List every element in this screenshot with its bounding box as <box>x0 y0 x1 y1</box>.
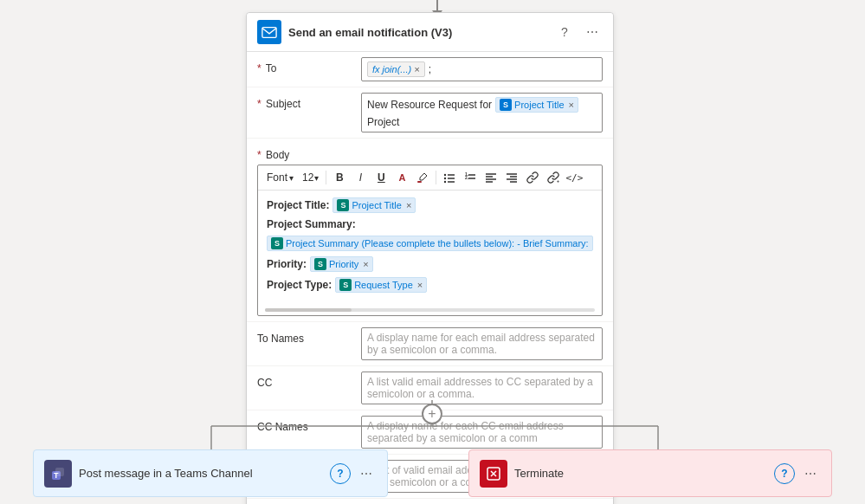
fx-icon: fx <box>372 64 380 74</box>
editor-scrollbar[interactable] <box>265 308 595 312</box>
sp-icon: S <box>314 258 326 270</box>
project-summary-token[interactable]: S Project Summary (Please complete the b… <box>267 236 593 251</box>
required-indicator: * <box>257 149 261 161</box>
terminate-help-button[interactable]: ? <box>774 463 795 484</box>
bullet-list-button[interactable] <box>440 168 459 187</box>
terminate-card-icon <box>480 460 507 488</box>
token-close[interactable]: × <box>569 100 574 110</box>
fx-join-close[interactable]: × <box>414 64 419 74</box>
sp-icon: S <box>337 199 349 211</box>
align-right-button[interactable] <box>502 168 521 187</box>
teams-icon-svg: T <box>49 465 67 482</box>
summary-token-text: Project Summary (Please complete the bul… <box>286 238 589 249</box>
svg-point-6 <box>444 181 446 183</box>
teams-card-title: Post message in a Teams Channel <box>79 467 323 480</box>
to-names-label: To Names <box>257 327 361 345</box>
to-label: * To <box>257 57 361 74</box>
editor-line-3: S Project Summary (Please complete the b… <box>267 236 593 251</box>
cc-names-input[interactable]: A display name for each CC email address… <box>361 416 603 449</box>
font-size-label: 12 <box>302 171 313 184</box>
project-summary-label: Project Summary: <box>267 218 356 230</box>
to-names-input[interactable]: A display name for each email address se… <box>361 327 603 360</box>
body-editor[interactable]: Font ▾ 12 ▾ B I U A <box>257 165 603 316</box>
priority-label: Priority: <box>267 258 307 270</box>
subject-field-row: * Subject New Resource Request for S Pro… <box>247 87 613 139</box>
cc-label: CC <box>257 372 361 389</box>
email-card-icon <box>257 20 281 44</box>
link-button[interactable] <box>523 168 542 187</box>
teams-more-button[interactable]: ⋯ <box>356 463 377 484</box>
subject-text: New Resource Request for <box>367 99 492 111</box>
to-names-field-row: To Names A display name for each email a… <box>247 322 613 366</box>
token-close[interactable]: × <box>417 280 423 290</box>
cc-names-label: CC Names <box>257 416 361 433</box>
cc-input[interactable]: A list valid email addresses to CC separ… <box>361 372 603 404</box>
to-separator: ; <box>429 63 431 75</box>
to-field-row: * To fx join(...) × ; <box>247 52 613 87</box>
email-icon-svg <box>261 24 277 40</box>
numbered-list-button[interactable]: 1. 2. <box>461 168 480 187</box>
italic-button[interactable]: I <box>351 168 370 187</box>
more-link-icon: + <box>547 171 559 184</box>
priority-token[interactable]: S Priority × <box>310 256 373 272</box>
subject-field-value[interactable]: New Resource Request for S Project Title… <box>361 93 603 132</box>
toolbar-divider-1 <box>326 171 326 184</box>
bold-button[interactable]: B <box>330 168 349 187</box>
help-button[interactable]: ? <box>554 22 575 42</box>
brush-icon <box>416 171 429 184</box>
underline-button[interactable]: U <box>371 168 391 187</box>
svg-rect-0 <box>262 28 276 38</box>
font-selector[interactable]: Font ▾ <box>263 170 297 185</box>
bcc-names-field-row: BCC Names A display name for each BCC em… <box>247 499 613 504</box>
more-formatting-button[interactable]: + <box>544 168 563 187</box>
to-field-value[interactable]: fx join(...) × ; <box>361 57 603 81</box>
body-field-row: * Body Font ▾ 12 ▾ B I U <box>247 139 613 322</box>
project-title-token-subject[interactable]: S Project Title × <box>495 97 578 113</box>
card-body: * To fx join(...) × ; * Subject New Reso… <box>247 52 613 504</box>
project-title-label: Project Title: <box>267 199 329 211</box>
code-button[interactable]: </> <box>565 168 584 187</box>
font-label: Font <box>267 171 287 184</box>
editor-line-4: Priority: S Priority × <box>267 256 593 272</box>
more-button[interactable]: ⋯ <box>582 22 603 42</box>
align-right-icon <box>506 171 518 184</box>
sp-icon: S <box>271 237 283 249</box>
svg-text:2.: 2. <box>465 175 469 180</box>
numbered-list-icon: 1. 2. <box>464 171 476 184</box>
add-step-button[interactable]: + <box>422 404 442 424</box>
sharepoint-icon: S <box>500 99 512 111</box>
teams-card: T Post message in a Teams Channel ? ⋯ <box>33 449 388 497</box>
editor-toolbar: Font ▾ 12 ▾ B I U A <box>258 165 602 191</box>
align-left-button[interactable] <box>481 168 500 187</box>
terminate-more-button[interactable]: ⋯ <box>800 463 821 484</box>
svg-point-2 <box>444 174 446 176</box>
cc-names-placeholder: A display name for each CC email address… <box>367 420 597 444</box>
priority-token-text: Priority <box>329 259 358 269</box>
request-type-token[interactable]: S Request Type × <box>335 277 427 293</box>
fx-join-token[interactable]: fx join(...) × <box>367 61 425 77</box>
svg-rect-1 <box>417 181 422 183</box>
editor-content[interactable]: Project Title: S Project Title × Project… <box>258 191 602 305</box>
teams-help-button[interactable]: ? <box>330 463 351 484</box>
project-type-label: Project Type: <box>267 279 332 291</box>
bullet-list-icon <box>443 171 455 184</box>
project-title-token-body[interactable]: S Project Title × <box>332 197 416 213</box>
terminate-card-title: Terminate <box>514 467 767 480</box>
request-type-text: Request Type <box>354 280 413 290</box>
subject-project-text: Project <box>367 116 399 128</box>
to-names-placeholder: A display name for each email address se… <box>367 332 597 356</box>
svg-text:+: + <box>557 178 559 184</box>
size-chevron: ▾ <box>314 173 319 183</box>
font-chevron: ▾ <box>289 173 294 183</box>
connector-line <box>436 0 438 10</box>
editor-scrollbar-thumb <box>265 308 352 312</box>
subject-label: * Subject <box>257 93 361 110</box>
font-size-selector[interactable]: 12 ▾ <box>299 170 322 185</box>
card-header: Send an email notification (V3) ? ⋯ <box>247 13 613 52</box>
brush-button[interactable] <box>413 168 432 187</box>
send-email-card: Send an email notification (V3) ? ⋯ * To… <box>246 12 614 504</box>
token-close[interactable]: × <box>363 259 368 269</box>
terminate-card: Terminate ? ⋯ <box>468 449 832 497</box>
color-button[interactable]: A <box>392 168 411 187</box>
token-close[interactable]: × <box>406 200 411 210</box>
